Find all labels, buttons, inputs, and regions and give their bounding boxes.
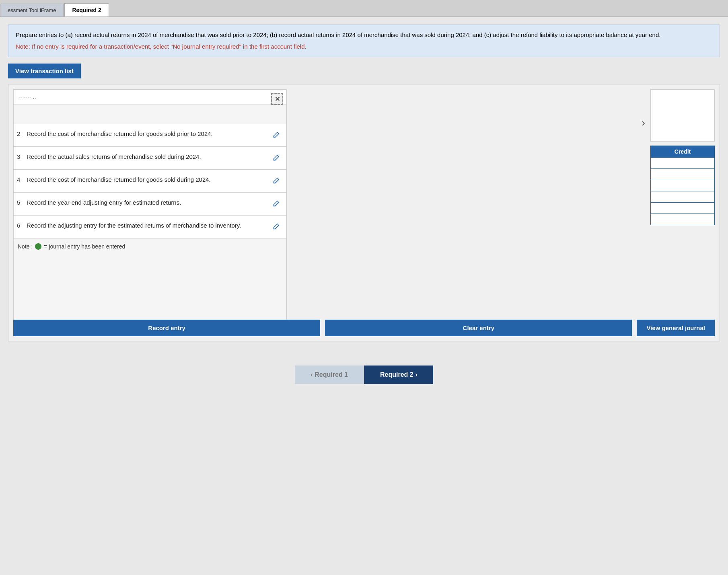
truncated-row: -- ---- ..: [14, 90, 286, 105]
credit-row-4: [651, 191, 715, 203]
edit-icon-5[interactable]: [270, 198, 282, 209]
note-label-text: Note :: [18, 243, 33, 250]
edit-icon-3[interactable]: [270, 152, 282, 164]
transaction-rows: 2 Record the cost of merchandise returne…: [14, 124, 286, 238]
transaction-item-4: 4 Record the cost of merchandise returne…: [14, 170, 286, 193]
credit-cell-1[interactable]: [651, 158, 715, 169]
record-entry-button[interactable]: Record entry: [13, 320, 320, 336]
credit-panel: Credit: [650, 89, 715, 225]
tab-bar: essment Tool iFrame Required 2: [0, 0, 728, 17]
credit-row-6: [651, 214, 715, 225]
transaction-num-2: 2: [17, 129, 27, 137]
note-row: Note : = journal entry has been entered: [14, 238, 286, 255]
credit-cell-6[interactable]: [651, 214, 715, 225]
credit-row-1: [651, 158, 715, 169]
info-description: Prepare entries to (a) record actual ret…: [16, 31, 660, 38]
note-description: = journal entry has been entered: [44, 243, 125, 250]
next-arrow-icon: ›: [415, 371, 417, 378]
prev-button[interactable]: ‹ Required 1: [295, 366, 364, 384]
green-dot-icon: [35, 243, 41, 250]
info-note: Note: If no entry is required for a tran…: [16, 42, 712, 51]
view-transaction-button[interactable]: View transaction list: [8, 64, 81, 78]
action-buttons-row: Record entry Clear entry View general jo…: [13, 320, 715, 336]
transaction-list-panel: ✕ -- ---- .. 2 Record the cost of mercha…: [13, 89, 287, 336]
panel-container: ✕ -- ---- .. 2 Record the cost of mercha…: [8, 84, 720, 341]
credit-row-2: [651, 169, 715, 180]
edit-icon-6[interactable]: [270, 221, 282, 232]
main-content: Prepare entries to (a) record actual ret…: [0, 17, 728, 391]
transaction-num-3: 3: [17, 152, 27, 160]
info-box: Prepare entries to (a) record actual ret…: [8, 25, 720, 57]
close-icon: ✕: [275, 95, 280, 103]
prev-label: Required 1: [315, 371, 348, 378]
transaction-item-2: 2 Record the cost of merchandise returne…: [14, 124, 286, 147]
transaction-num-5: 5: [17, 198, 27, 206]
tab-assessment-iframe[interactable]: essment Tool iFrame: [0, 4, 64, 16]
transaction-item-3: 3 Record the actual sales returns of mer…: [14, 147, 286, 170]
transaction-text-3: Record the actual sales returns of merch…: [27, 152, 267, 161]
chevron-right-icon[interactable]: ›: [642, 117, 645, 129]
close-button[interactable]: ✕: [271, 93, 283, 105]
credit-cell-2[interactable]: [651, 169, 715, 180]
credit-cell-3[interactable]: [651, 180, 715, 191]
transaction-text-5: Record the year-end adjusting entry for …: [27, 198, 267, 207]
next-button[interactable]: Required 2 ›: [364, 366, 433, 384]
credit-row-5: [651, 203, 715, 214]
view-general-journal-button[interactable]: View general journal: [637, 320, 715, 336]
prev-arrow-icon: ‹: [311, 371, 313, 378]
transaction-item-6: 6 Record the adjusting entry for the est…: [14, 216, 286, 238]
credit-cell-4[interactable]: [651, 191, 715, 203]
transaction-text-4: Record the cost of merchandise returned …: [27, 175, 267, 184]
credit-row-3: [651, 180, 715, 191]
tab-required-2[interactable]: Required 2: [64, 3, 109, 16]
credit-cell-5[interactable]: [651, 203, 715, 214]
credit-table: Credit: [650, 146, 715, 225]
edit-icon-2[interactable]: [270, 129, 282, 141]
bottom-navigation: ‹ Required 1 Required 2 ›: [8, 366, 720, 384]
credit-column-header: Credit: [651, 146, 715, 158]
transaction-item-5: 5 Record the year-end adjusting entry fo…: [14, 193, 286, 216]
white-box: [650, 89, 715, 142]
transaction-text-6: Record the adjusting entry for the estim…: [27, 221, 267, 230]
next-label: Required 2: [380, 371, 413, 378]
transaction-num-4: 4: [17, 175, 27, 183]
clear-entry-button[interactable]: Clear entry: [325, 320, 632, 336]
edit-icon-4[interactable]: [270, 175, 282, 187]
transaction-num-6: 6: [17, 221, 27, 229]
transaction-text-2: Record the cost of merchandise returned …: [27, 129, 267, 138]
